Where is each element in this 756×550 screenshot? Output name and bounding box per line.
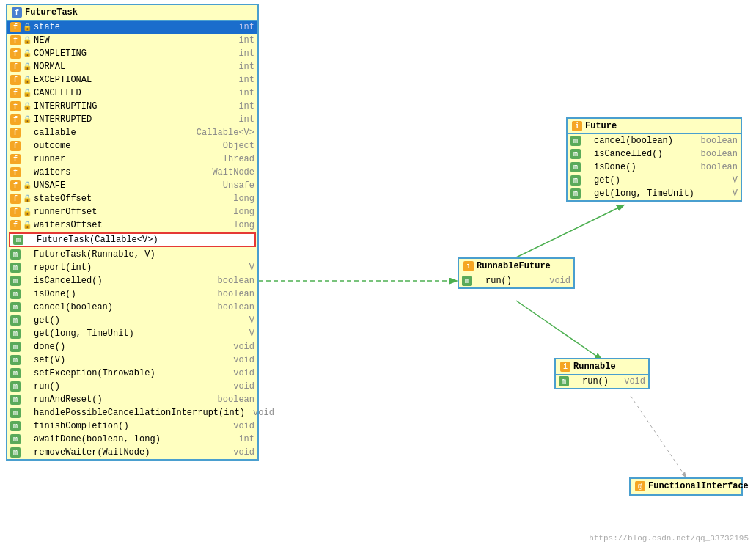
method-cancel[interactable]: m 🔒 cancel(boolean) boolean: [7, 301, 257, 314]
futuretask-box: f FutureTask f 🔒 state int f 🔒 NEW int f…: [6, 4, 259, 461]
runnablefuture-box: i RunnableFuture m 🔒 run() void: [458, 257, 575, 289]
field-callable[interactable]: f 🔒 callable Callable<V>: [7, 126, 257, 139]
future-method-get[interactable]: m 🔒 get() V: [568, 174, 741, 187]
runnable-title: Runnable: [573, 362, 616, 372]
future-icon: i: [572, 121, 582, 131]
future-box: i Future m 🔒 cancel(boolean) boolean m 🔒…: [566, 117, 742, 202]
runnable-icon: i: [560, 362, 570, 372]
future-title: Future: [585, 121, 617, 131]
runnable-header: i Runnable: [556, 359, 648, 375]
watermark: https://blog.csdn.net/qq_33732195: [589, 534, 749, 543]
functionalinterface-box: @ FunctionalInterface: [629, 477, 743, 496]
futuretask-icon: f: [12, 7, 22, 18]
functionalinterface-header: @ FunctionalInterface: [631, 479, 741, 494]
future-method-cancel[interactable]: m 🔒 cancel(boolean) boolean: [568, 134, 741, 147]
future-method-isDone[interactable]: m 🔒 isDone() boolean: [568, 161, 741, 174]
method-get-long[interactable]: m 🔒 get(long, TimeUnit) V: [7, 327, 257, 340]
future-header: i Future: [568, 119, 741, 134]
method-isDone[interactable]: m 🔒 isDone() boolean: [7, 287, 257, 301]
diagram-container: f FutureTask f 🔒 state int f 🔒 NEW int f…: [0, 0, 756, 550]
method-FutureTask-runnable[interactable]: m 🔒 FutureTask(Runnable, V): [7, 248, 257, 261]
method-removeWaiter[interactable]: m 🔒 removeWaiter(WaitNode) void: [7, 446, 257, 459]
functionalinterface-title: FunctionalInterface: [648, 481, 749, 491]
method-run[interactable]: m 🔒 run() void: [7, 380, 257, 393]
field-outcome[interactable]: f 🔒 outcome Object: [7, 139, 257, 153]
field-runnerOffset[interactable]: f 🔒 runnerOffset long: [7, 205, 257, 219]
field-NORMAL[interactable]: f 🔒 NORMAL int: [7, 60, 257, 73]
svg-line-2: [516, 301, 601, 359]
svg-line-1: [516, 205, 623, 257]
method-isCancelled[interactable]: m 🔒 isCancelled() boolean: [7, 274, 257, 287]
future-method-get-long[interactable]: m 🔒 get(long, TimeUnit) V: [568, 187, 741, 200]
method-set[interactable]: m 🔒 set(V) void: [7, 353, 257, 367]
method-handlePossibleCancellationInterrupt[interactable]: m 🔒 handlePossibleCancellationInterrupt(…: [7, 406, 257, 419]
method-setException[interactable]: m 🔒 setException(Throwable) void: [7, 367, 257, 380]
runnablefuture-method-run[interactable]: m 🔒 run() void: [459, 274, 573, 287]
functionalinterface-icon: @: [635, 481, 645, 491]
futuretask-title: FutureTask: [25, 7, 78, 18]
field-stateOffset[interactable]: f 🔒 stateOffset long: [7, 192, 257, 205]
method-get[interactable]: m 🔒 get() V: [7, 314, 257, 327]
runnablefuture-icon: i: [463, 261, 474, 271]
futuretask-header: f FutureTask: [7, 5, 257, 21]
method-report[interactable]: m 🔒 report(int) V: [7, 261, 257, 274]
field-COMPLETING[interactable]: f 🔒 COMPLETING int: [7, 47, 257, 60]
method-finishCompletion[interactable]: m 🔒 finishCompletion() void: [7, 419, 257, 433]
future-method-isCancelled[interactable]: m 🔒 isCancelled() boolean: [568, 147, 741, 161]
field-state-icon: f: [10, 22, 21, 32]
runnablefuture-header: i RunnableFuture: [459, 259, 573, 274]
runnablefuture-title: RunnableFuture: [477, 261, 551, 271]
method-awaitDone[interactable]: m 🔒 awaitDone(boolean, long) int: [7, 433, 257, 446]
field-NEW[interactable]: f 🔒 NEW int: [7, 34, 257, 47]
method-runAndReset[interactable]: m 🔒 runAndReset() boolean: [7, 393, 257, 406]
method-FutureTask-callable[interactable]: m 🔒 FutureTask(Callable<V>): [9, 232, 256, 247]
field-state[interactable]: f 🔒 state int: [7, 21, 257, 34]
field-INTERRUPTED[interactable]: f 🔒 INTERRUPTED int: [7, 113, 257, 126]
field-waitersOffset[interactable]: f 🔒 waitersOffset long: [7, 219, 257, 232]
svg-line-3: [631, 396, 686, 477]
field-CANCELLED[interactable]: f 🔒 CANCELLED int: [7, 87, 257, 100]
field-runner[interactable]: f 🔒 runner Thread: [7, 153, 257, 166]
runnable-method-run[interactable]: m 🔒 run() void: [556, 375, 648, 388]
field-UNSAFE[interactable]: f 🔒 UNSAFE Unsafe: [7, 179, 257, 192]
field-EXCEPTIONAL[interactable]: f 🔒 EXCEPTIONAL int: [7, 73, 257, 87]
method-done[interactable]: m 🔒 done() void: [7, 340, 257, 353]
field-waiters[interactable]: f 🔒 waiters WaitNode: [7, 166, 257, 179]
field-INTERRUPTING[interactable]: f 🔒 INTERRUPTING int: [7, 100, 257, 113]
runnable-box: i Runnable m 🔒 run() void: [554, 358, 650, 389]
